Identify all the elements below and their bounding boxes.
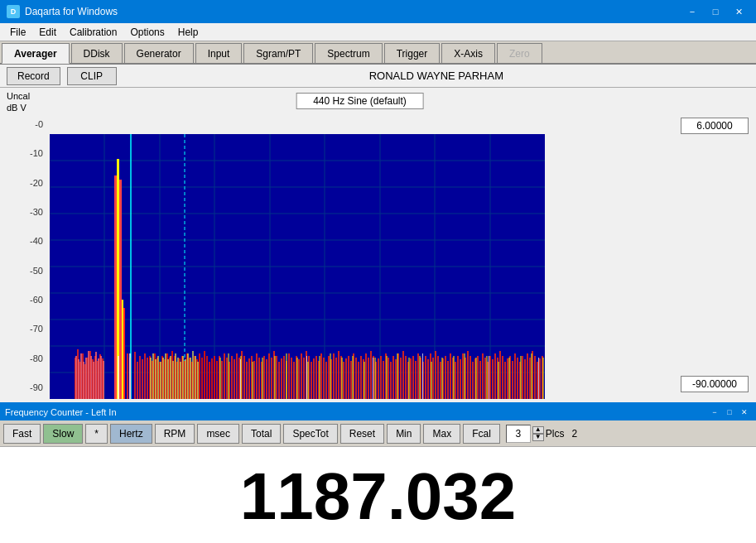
svg-rect-241 bbox=[274, 356, 276, 399]
svg-rect-83 bbox=[214, 356, 215, 399]
tab-generator[interactable]: Generator bbox=[124, 43, 194, 63]
tab-ddisk[interactable]: DDisk bbox=[71, 43, 123, 63]
spectrum-plot[interactable] bbox=[50, 134, 545, 399]
freq-value: 1187.032 bbox=[240, 459, 517, 535]
menu-calibration[interactable]: Calibration bbox=[63, 25, 123, 40]
svg-rect-107 bbox=[224, 353, 225, 399]
menu-file[interactable]: File bbox=[3, 25, 32, 40]
svg-rect-214 bbox=[489, 356, 491, 399]
freq-slow-button[interactable]: Slow bbox=[43, 424, 83, 444]
freq-min-button[interactable]: Min bbox=[387, 424, 421, 444]
clip-button[interactable]: CLIP bbox=[67, 67, 117, 85]
svg-rect-221 bbox=[507, 358, 508, 399]
top-value-box[interactable]: 6.00000 bbox=[681, 118, 749, 134]
svg-rect-137 bbox=[298, 359, 300, 399]
tab-zero[interactable]: Zero bbox=[497, 43, 542, 63]
svg-rect-93 bbox=[170, 356, 171, 399]
svg-rect-79 bbox=[204, 351, 205, 399]
freq-hertz-button[interactable]: Hertz bbox=[110, 424, 152, 444]
freq-star-button[interactable]: * bbox=[85, 424, 108, 444]
y-tick-4: -40 bbox=[30, 236, 43, 246]
svg-rect-169 bbox=[378, 358, 379, 399]
svg-rect-220 bbox=[504, 362, 506, 399]
freq-fcal-button[interactable]: Fcal bbox=[463, 424, 500, 444]
tab-sgram-pt[interactable]: Sgram/PT bbox=[243, 43, 313, 63]
freq-rpm-button[interactable]: RPM bbox=[155, 424, 195, 444]
svg-rect-102 bbox=[192, 351, 194, 399]
svg-rect-103 bbox=[195, 356, 196, 399]
plcs-down-button[interactable]: ▼ bbox=[532, 434, 544, 441]
freq-max-button[interactable]: Max bbox=[423, 424, 460, 444]
record-button[interactable]: Record bbox=[7, 67, 60, 85]
svg-rect-142 bbox=[311, 362, 312, 399]
freq-counter-minimize[interactable]: − bbox=[708, 406, 721, 418]
freq-msec-button[interactable]: msec bbox=[197, 424, 239, 444]
svg-rect-228 bbox=[524, 359, 526, 399]
plcs-group: ▲ ▼ Plcs bbox=[506, 425, 565, 443]
y-tick-2: -20 bbox=[30, 178, 43, 188]
y-tick-5: -50 bbox=[30, 266, 43, 276]
svg-rect-178 bbox=[400, 358, 402, 399]
freq-counter-close[interactable]: ✕ bbox=[738, 406, 751, 418]
freq-right-value: 2 bbox=[571, 428, 577, 440]
svg-rect-175 bbox=[392, 356, 394, 399]
tab-trigger[interactable]: Trigger bbox=[384, 43, 441, 63]
tab-spectrum[interactable]: Spectrum bbox=[315, 43, 382, 63]
freq-counter-window: Frequency Counter - Left In − □ ✕ Fast S… bbox=[0, 402, 756, 543]
y-axis-label: Uncal bbox=[7, 91, 46, 101]
svg-rect-209 bbox=[477, 356, 479, 399]
svg-rect-194 bbox=[440, 362, 441, 399]
svg-rect-273 bbox=[538, 358, 539, 399]
svg-rect-183 bbox=[412, 356, 414, 399]
freq-total-button[interactable]: Total bbox=[242, 424, 281, 444]
freq-spectot-button[interactable]: SpecTot bbox=[283, 424, 337, 444]
svg-rect-144 bbox=[315, 356, 317, 399]
svg-rect-41 bbox=[139, 356, 141, 399]
close-button[interactable]: ✕ bbox=[728, 3, 749, 20]
svg-rect-230 bbox=[529, 358, 531, 399]
svg-rect-80 bbox=[206, 356, 208, 399]
svg-rect-243 bbox=[296, 358, 298, 399]
svg-rect-198 bbox=[450, 353, 451, 399]
svg-rect-265 bbox=[542, 358, 544, 399]
plcs-input[interactable] bbox=[506, 425, 531, 443]
freq-reset-button[interactable]: Reset bbox=[340, 424, 384, 444]
minimize-button[interactable]: − bbox=[681, 3, 703, 20]
tab-input[interactable]: Input bbox=[195, 43, 243, 63]
svg-rect-173 bbox=[388, 358, 389, 399]
svg-rect-176 bbox=[395, 359, 397, 399]
svg-rect-262 bbox=[508, 358, 510, 399]
svg-rect-201 bbox=[457, 356, 459, 399]
svg-rect-117 bbox=[248, 358, 250, 399]
bottom-value-box[interactable]: -90.00000 bbox=[681, 376, 749, 392]
freq-counter-controls: − □ ✕ bbox=[708, 406, 751, 418]
title-bar: D Daqarta for Windows − □ ✕ bbox=[0, 0, 756, 23]
svg-rect-126 bbox=[271, 358, 272, 399]
svg-rect-88 bbox=[157, 356, 159, 399]
svg-rect-22 bbox=[119, 180, 122, 399]
tab-x-axis[interactable]: X-Axis bbox=[441, 43, 495, 63]
menu-help[interactable]: Help bbox=[171, 25, 205, 40]
plcs-spinners: ▲ ▼ bbox=[532, 426, 544, 441]
freq-counter-maximize[interactable]: □ bbox=[723, 406, 736, 418]
svg-rect-182 bbox=[410, 358, 412, 399]
menu-options[interactable]: Options bbox=[123, 25, 171, 40]
svg-rect-184 bbox=[415, 361, 417, 399]
tab-averager[interactable]: Averager bbox=[2, 43, 70, 64]
menu-edit[interactable]: Edit bbox=[32, 25, 63, 40]
svg-rect-162 bbox=[360, 356, 362, 399]
svg-rect-148 bbox=[325, 362, 327, 399]
svg-rect-158 bbox=[350, 361, 352, 399]
svg-rect-237 bbox=[228, 353, 229, 399]
svg-rect-98 bbox=[182, 356, 184, 399]
svg-rect-211 bbox=[482, 353, 484, 399]
svg-rect-258 bbox=[464, 353, 465, 399]
svg-rect-53 bbox=[95, 352, 97, 399]
freq-fast-button[interactable]: Fast bbox=[3, 424, 41, 444]
svg-rect-205 bbox=[467, 351, 469, 399]
maximize-button[interactable]: □ bbox=[705, 3, 726, 20]
svg-rect-189 bbox=[427, 359, 429, 399]
svg-rect-202 bbox=[460, 359, 461, 399]
svg-rect-23 bbox=[122, 300, 123, 399]
svg-rect-119 bbox=[253, 361, 255, 399]
